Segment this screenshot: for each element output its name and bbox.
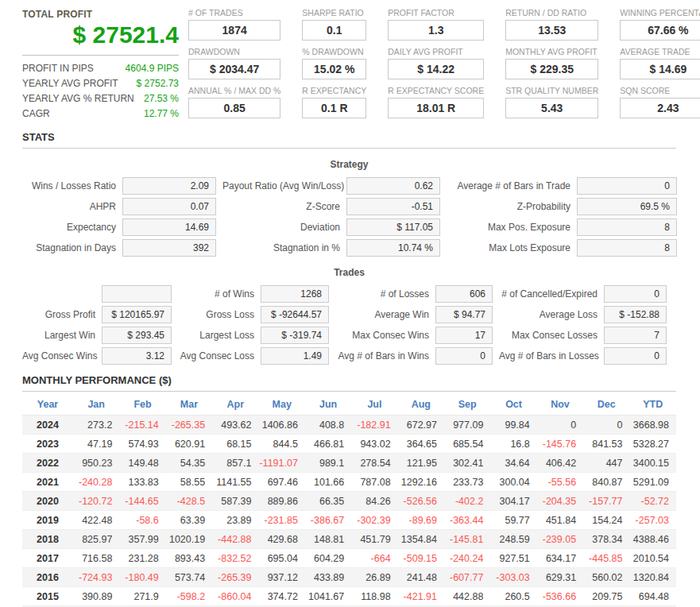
metric-value-box: $ 2034.47: [188, 59, 280, 79]
monthly-performance-heading: MONTHLY PERFORMANCE ($): [22, 374, 676, 386]
monthly-cell: 408.8: [305, 416, 351, 435]
metric: STR QUALITY NUMBER5.43: [505, 86, 598, 118]
monthly-year-cell: 2019: [22, 511, 73, 530]
stat-label: AHPR: [22, 198, 116, 215]
monthly-cell: 989.1: [305, 454, 351, 473]
monthly-cell: -182.91: [351, 416, 397, 435]
monthly-cell: 560.02: [583, 568, 629, 587]
monthly-cell: 634.17: [537, 549, 583, 568]
summary-rows: PROFIT IN PIPS4604.9 PIPSYEARLY AVG PROF…: [22, 61, 179, 122]
monthly-cell: 23.89: [212, 511, 258, 530]
monthly-cell: 47.19: [73, 435, 119, 454]
stat-value-box: 2.09: [122, 177, 216, 195]
monthly-cell: 937.12: [259, 568, 305, 587]
monthly-column-header: May: [259, 394, 305, 416]
monthly-column-header: Jul: [351, 394, 397, 416]
monthly-cell: -157.77: [583, 492, 629, 511]
monthly-cell: -664: [351, 549, 397, 568]
monthly-cell: 248.59: [490, 530, 536, 549]
monthly-row: 2020-120.72-144.65-428.5587.39889.8666.3…: [22, 492, 676, 511]
monthly-cell: 451.84: [537, 511, 583, 530]
monthly-cell: 300.04: [490, 473, 536, 492]
monthly-cell: 5328.27: [630, 435, 677, 454]
stat-label: Avg Consec Wins: [22, 347, 95, 365]
metric-value-box: 0.1: [302, 20, 366, 41]
metric-value-box: 18.01 R: [388, 98, 484, 118]
monthly-cell: 271.9: [119, 587, 165, 606]
monthly-performance-section: MONTHLY PERFORMANCE ($) YearJanFebMarApr…: [22, 374, 676, 607]
monthly-cell: 672.97: [398, 416, 444, 435]
metric: DAILY AVG PROFIT$ 14.22: [388, 47, 484, 79]
monthly-cell: 3400.15: [630, 454, 677, 473]
stat-value-box: $ 120165.97: [102, 306, 172, 323]
monthly-cell: 63.39: [166, 511, 212, 530]
stat-label: Avg Consec Loss: [178, 347, 254, 365]
stat-label: Avg # of Bars in Losses: [499, 347, 598, 365]
monthly-cell: -509.15: [398, 549, 444, 568]
stat-label: Z-Score: [222, 198, 340, 215]
performance-report-page: TOTAL PROFIT $ 27521.4 PROFIT IN PIPS460…: [0, 0, 700, 607]
monthly-cell: 148.81: [305, 530, 351, 549]
stat-value-box: 8: [577, 218, 677, 236]
stat-label: Max Lots Exposure: [447, 239, 570, 257]
monthly-column-header: Aug: [398, 394, 444, 416]
stat-label: [22, 285, 95, 303]
monthly-cell: 231.28: [119, 549, 165, 568]
monthly-cell: 604.29: [305, 549, 351, 568]
monthly-cell: -607.77: [444, 568, 490, 587]
stat-label: Average # of Bars in Trade: [447, 177, 570, 195]
metric-value-box: 0.85: [188, 98, 280, 118]
metric-label: R EXPECTANCY SCORE: [388, 86, 484, 95]
monthly-cell: -724.93: [73, 568, 119, 587]
stat-value-box: 7: [604, 327, 667, 344]
metric: # OF TRADES1874: [188, 8, 280, 41]
summary-row: YEARLY AVG PROFIT$ 2752.73: [22, 76, 179, 91]
monthly-year-cell: 2017: [22, 549, 73, 568]
monthly-column-header: Jun: [305, 394, 351, 416]
stat-label: Largest Win: [22, 327, 95, 344]
metric: R EXPECTANCY0.1 R: [302, 86, 366, 118]
metric: R EXPECTANCY SCORE18.01 R: [388, 86, 484, 118]
monthly-cell: 620.91: [166, 435, 212, 454]
metric: DRAWDOWN$ 2034.47: [188, 47, 280, 79]
monthly-cell: -303.03: [490, 568, 536, 587]
monthly-cell: 118.98: [351, 587, 397, 606]
monthly-cell: 695.04: [259, 549, 305, 568]
monthly-cell: -55.56: [537, 473, 583, 492]
monthly-year-cell: 2023: [22, 435, 73, 454]
monthly-cell: 99.84: [490, 416, 536, 435]
monthly-cell: 893.43: [166, 549, 212, 568]
monthly-cell: -231.85: [259, 511, 305, 530]
monthly-cell: 1041.67: [305, 587, 351, 606]
monthly-year-cell: 2018: [22, 530, 73, 549]
monthly-cell: 0: [583, 416, 629, 435]
monthly-cell: -402.2: [444, 492, 490, 511]
stat-label: Largest Loss: [178, 327, 254, 344]
monthly-row: 2015390.89271.9-598.2-860.04374.721041.6…: [22, 587, 676, 606]
monthly-cell: 447: [583, 454, 629, 473]
monthly-cell: -363.44: [444, 511, 490, 530]
summary-value: 12.77 %: [144, 106, 179, 122]
monthly-cell: -89.69: [398, 511, 444, 530]
metric-value-box: 5.43: [505, 98, 598, 118]
monthly-cell: 149.48: [119, 454, 165, 473]
total-profit-value: $ 27521.4: [22, 22, 179, 48]
summary-label: CAGR: [22, 106, 50, 122]
monthly-cell: -204.35: [537, 492, 583, 511]
stat-value-box: $ 293.45: [102, 327, 172, 344]
monthly-year-cell: 2016: [22, 568, 73, 587]
monthly-cell: 429.68: [259, 530, 305, 549]
monthly-cell: 1292.16: [398, 473, 444, 492]
monthly-cell: 2010.54: [630, 549, 677, 568]
stat-value-box: 0.07: [122, 198, 216, 215]
monthly-cell: -240.24: [444, 549, 490, 568]
monthly-column-header: Dec: [583, 394, 629, 416]
monthly-cell: -145.76: [537, 435, 583, 454]
monthly-cell: -180.49: [119, 568, 165, 587]
stat-value-box: 0: [604, 347, 667, 365]
monthly-cell: -239.05: [537, 530, 583, 549]
monthly-cell: 1354.84: [398, 530, 444, 549]
metric: WINNING PERCENTAGE67.66 %: [620, 8, 700, 41]
monthly-cell: 977.09: [444, 416, 490, 435]
monthly-year-cell: 2020: [22, 492, 73, 511]
